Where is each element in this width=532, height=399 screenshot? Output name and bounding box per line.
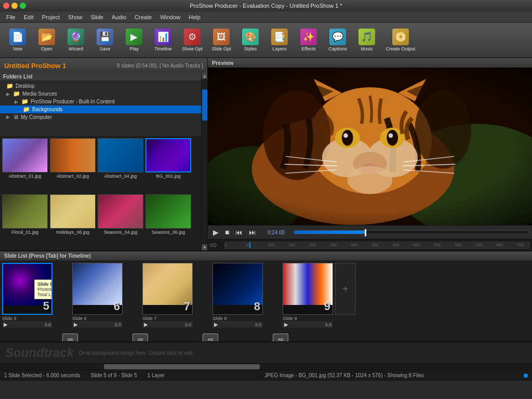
- menu-audio[interactable]: Audio: [108, 13, 130, 21]
- tree-desktop[interactable]: 📁 Desktop: [0, 82, 201, 90]
- file-abstract04[interactable]: Abstract_04.jpg: [98, 138, 143, 192]
- menu-help[interactable]: Help: [184, 13, 205, 21]
- showopt-button[interactable]: ⚙ Show Opt: [179, 25, 206, 55]
- tree-backgrounds[interactable]: 📁 Backgrounds: [0, 105, 201, 113]
- open-label: Open: [41, 46, 52, 51]
- slide-item-7[interactable]: 7 Slide 7 ▶ 3.0: [142, 263, 193, 339]
- tooltip-line2: Total Layers: 1: [37, 292, 52, 297]
- prev-control[interactable]: ⏮: [233, 227, 245, 237]
- slide-8-label: Slide 8: [212, 316, 263, 321]
- timeline-button[interactable]: 📊 Timeline: [150, 25, 177, 55]
- horizontal-scrollbar[interactable]: [0, 363, 532, 369]
- preview-video[interactable]: [208, 68, 532, 225]
- slide-9-duration: 3.0: [325, 322, 331, 327]
- slide-7-play[interactable]: ▶: [144, 322, 148, 327]
- tick-700: 700: [517, 243, 524, 247]
- scroll-track[interactable]: [202, 79, 207, 244]
- slide-9-play[interactable]: ▶: [284, 322, 288, 327]
- main-area: Untitled ProShow 1 9 slides (0:54.00), […: [0, 58, 532, 250]
- slide-item-8[interactable]: 8 Slide 8 ▶ 3.0: [212, 263, 263, 339]
- captions-label: Captions: [328, 46, 347, 51]
- next-control[interactable]: ⏭: [247, 227, 258, 237]
- transition-8-9[interactable]: AB: [265, 268, 281, 339]
- status-left: 1 Slide Selected - 6.000 seconds Slide 5…: [4, 373, 165, 378]
- slide-8-controls: ▶ 3.0: [212, 321, 263, 328]
- slide-info: 9 slides (0:54.00), [ No Audio Tracks ]: [117, 63, 203, 69]
- captions-button[interactable]: 💬 Captions: [324, 25, 351, 55]
- add-slide-button[interactable]: +: [335, 263, 356, 315]
- save-button[interactable]: 💾 Save: [91, 25, 118, 55]
- tick-150: 150: [288, 243, 295, 247]
- wizard-icon: 🔮: [68, 29, 84, 45]
- menu-edit[interactable]: Edit: [20, 13, 38, 21]
- soundtrack-hint: Drop background songs here. Double click…: [79, 350, 194, 356]
- slide-item-6[interactable]: 6 Slide 6 ▶ 3.0: [72, 263, 123, 339]
- tree-media-sources[interactable]: ▶ 📁 Media Sources: [0, 90, 201, 98]
- file-holidays06[interactable]: Holidays_06.jpg: [50, 194, 96, 248]
- slide-item-9[interactable]: 9 Slide 9 ▶ 3.0: [283, 263, 333, 339]
- tree-proshow[interactable]: ▶ 📁 ProShow Producer - Built-In Content: [0, 98, 201, 105]
- open-icon: 📂: [38, 29, 55, 45]
- menu-show[interactable]: Show: [64, 13, 87, 21]
- slide-5-play[interactable]: ▶: [4, 322, 8, 327]
- stop-control[interactable]: ■: [223, 227, 231, 237]
- soundtrack-bar: Soundtrack Drop background songs here. D…: [0, 341, 532, 363]
- expand-icon3: ▶: [6, 114, 10, 119]
- tick-250: 250: [330, 243, 337, 247]
- slide-8-number: 8: [254, 300, 260, 313]
- file-abstract01-label: Abstract_01.jpg: [2, 174, 48, 179]
- timeline-label: Timeline: [154, 46, 172, 51]
- expand-icon2: ▶: [15, 99, 18, 104]
- play-button[interactable]: ▶ Play: [121, 25, 148, 55]
- horizontal-scroll-thumb[interactable]: [104, 364, 260, 369]
- file-abstract02[interactable]: Abstract_02.jpg: [50, 138, 96, 192]
- file-seasons04[interactable]: Seasons_04.jpg: [98, 194, 143, 248]
- slideopt-button[interactable]: 🖼 Slide Opt: [208, 25, 235, 55]
- output-button[interactable]: 📀 Create Output: [382, 25, 419, 55]
- maximize-button[interactable]: [20, 3, 26, 9]
- timeline-seekbar[interactable]: [294, 230, 529, 234]
- transition-6-7[interactable]: AB: [125, 268, 140, 339]
- showopt-label: Show Opt: [182, 46, 203, 51]
- layers-button[interactable]: 📑 Layers: [266, 25, 293, 55]
- tree-mycomputer-label: My Computer: [21, 114, 52, 120]
- slide-6-thumb: [73, 263, 122, 305]
- file-abstract01[interactable]: Abstract_01.jpg: [2, 138, 48, 192]
- menu-file[interactable]: File: [2, 13, 20, 21]
- file-seasons06[interactable]: Seasons_06.jpg: [145, 194, 191, 248]
- menu-slide[interactable]: Slide: [86, 13, 107, 21]
- new-button[interactable]: 📄 New: [4, 25, 31, 55]
- file-holidays06-label: Holidays_06.jpg: [50, 230, 96, 235]
- scroll-up-button[interactable]: ▲: [202, 73, 207, 79]
- file-bg001[interactable]: BG_001.jpg: [145, 138, 191, 192]
- cd-track[interactable]: 0 50 100 150 200 250 300 350 400 450 500…: [224, 242, 530, 249]
- status-layer: 1 Layer: [148, 373, 165, 378]
- play-control[interactable]: ▶: [211, 227, 221, 237]
- music-button[interactable]: 🎵 Music: [353, 25, 380, 55]
- tree-mycomputer[interactable]: ▶ 🖥 My Computer: [0, 113, 201, 121]
- wizard-button[interactable]: 🔮 Wizard: [62, 25, 89, 55]
- menu-create[interactable]: Create: [130, 13, 156, 21]
- file-floral01[interactable]: Floral_01.jpg: [2, 194, 48, 248]
- slide-6-play[interactable]: ▶: [74, 322, 78, 327]
- styles-button[interactable]: 🎨 Styles: [237, 25, 264, 55]
- slide-9-label: Slide 9: [283, 316, 333, 321]
- slide-8-play[interactable]: ▶: [214, 322, 218, 327]
- open-button[interactable]: 📂 Open: [33, 25, 60, 55]
- folders-tree: 📁 Desktop ▶ 📁 Media Sources ▶ 📁 ProShow …: [0, 81, 201, 136]
- window-title: ProShow Producer - Evaluation Copy - Unt…: [190, 3, 342, 9]
- scroll-down-button[interactable]: ▼: [202, 244, 207, 250]
- folder-icon: 📁: [13, 90, 20, 97]
- slide-item-5[interactable]: 5 Slide 5 Photos / Videos: 1 Total Layer…: [2, 263, 52, 339]
- scroll-handle[interactable]: [202, 89, 207, 121]
- transition-5-6[interactable]: AB: [55, 268, 70, 339]
- menu-window[interactable]: Window: [156, 13, 184, 21]
- left-content: Folders List 📁 Desktop ▶ 📁 Media Sources…: [0, 73, 201, 250]
- menu-project[interactable]: Project: [38, 13, 64, 21]
- transition-7-8[interactable]: AB: [195, 268, 210, 339]
- file-floral01-label: Floral_01.jpg: [2, 230, 48, 235]
- left-scrollbar[interactable]: ▲ ▼: [201, 73, 207, 250]
- effects-button[interactable]: ✨ Effects: [295, 25, 322, 55]
- close-button[interactable]: [3, 3, 9, 9]
- minimize-button[interactable]: [11, 3, 18, 9]
